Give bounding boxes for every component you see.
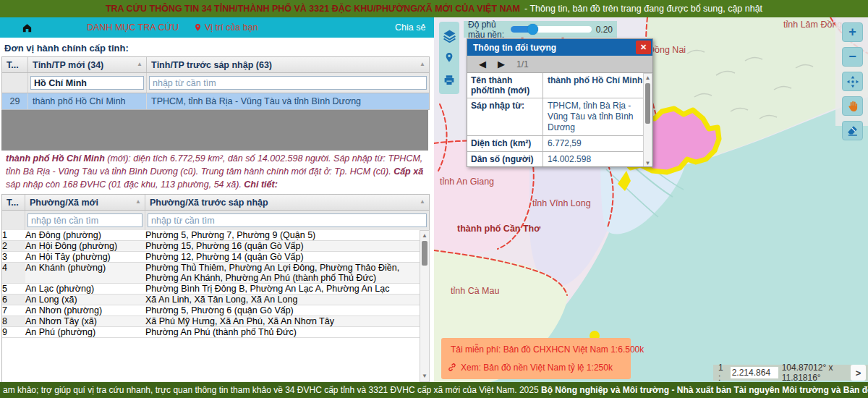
zoom-in-button[interactable]: + <box>842 22 863 42</box>
table-row[interactable]: 3An Hội Tây (phường)Phường 12, Phường 14… <box>2 252 420 263</box>
column-header-new-province[interactable]: Tỉnh/TP mới (34)▲ <box>28 57 147 72</box>
home-button[interactable] <box>22 17 33 38</box>
map-toolbar-left <box>439 22 459 94</box>
popup-pager-bar: ◀ ▶ 1/1 <box>467 56 652 72</box>
province-summary: thành phố Hồ Chí Minh (mới): diện tích 6… <box>6 152 424 191</box>
attribute-label: Dân số (người) <box>467 152 543 167</box>
scroll-up-icon[interactable]: ▲ <box>420 232 429 240</box>
opacity-slider[interactable] <box>511 26 592 33</box>
ward-new-name: An Nhơn Tây (xã) <box>25 316 145 326</box>
page-subtitle: - Thông tin, bản đồ trên trang đang được… <box>524 4 762 14</box>
province-merged-from: TPHCM, tỉnh Bà Rịa - Vũng Tàu và tỉnh Bì… <box>147 93 429 109</box>
column-header-old-ward[interactable]: Phường/Xã trước sáp nhập▲ <box>145 195 429 210</box>
layers-button[interactable] <box>442 28 456 43</box>
scale-prefix: 1 : <box>718 363 727 382</box>
column-old-label: Tỉnh/TP trước sáp nhập (63) <box>151 60 272 70</box>
eraser-icon <box>846 124 859 137</box>
column-header-index[interactable]: T... <box>2 57 28 72</box>
ward-new-name: An Long (xã) <box>25 295 145 305</box>
next-feature-button[interactable]: ▶ <box>498 56 505 72</box>
province-old-filter-input[interactable] <box>149 76 427 90</box>
popup-attribute-table: Tên thành phố/tỉnh (mới) thành phố Hồ Ch… <box>467 72 652 167</box>
scroll-down-icon[interactable]: ▼ <box>644 159 652 167</box>
table-row[interactable]: 4An Khánh (phường)Phường Thủ Thiêm, Phườ… <box>2 263 420 284</box>
share-button[interactable]: Chia sẻ <box>395 17 425 38</box>
ward-table-header: T... Phường/Xã mới▲ Phường/Xã trước sáp … <box>2 195 429 211</box>
prev-feature-button[interactable]: ◀ <box>479 56 486 72</box>
ward-new-filter-input[interactable] <box>27 213 142 227</box>
status-publisher: Bộ Nông nghiệp và Môi trường - Nhà xuất … <box>541 385 868 395</box>
row-index: 5 <box>2 284 25 294</box>
column-index-label: T... <box>7 198 19 208</box>
scroll-up-icon[interactable]: ▲ <box>644 74 652 82</box>
column-new-label: Tỉnh/TP mới (34) <box>33 60 103 70</box>
ward-table-scrollbar[interactable]: ▲ ▼ <box>420 230 430 382</box>
collapse-panel-button[interactable]: > <box>851 365 866 381</box>
opacity-value: 0.20 <box>596 25 613 35</box>
print-button[interactable] <box>442 73 456 88</box>
ward-table-body: 1An Đông (phường)Phường 5, Phường 7, Phư… <box>1 230 420 382</box>
scroll-down-icon[interactable]: ▼ <box>420 372 429 381</box>
attribute-label: Sáp nhập từ: <box>467 98 543 135</box>
table-row[interactable]: 8An Nhơn Tây (xã)Xã Phú Mỹ Hưng, Xã An P… <box>2 316 420 327</box>
view-basemap-link[interactable]: Xem: Bản đồ nền Việt Nam tỷ lệ 1:250k <box>447 363 625 373</box>
attribute-row: Tên thành phố/tỉnh (mới) thành phố Hồ Ch… <box>467 73 652 98</box>
pan-arrows-icon <box>846 75 859 88</box>
filter-cell-empty <box>2 73 28 93</box>
nav-catalog-label: DANH MỤC TRA CỨU <box>87 22 179 33</box>
download-map-link[interactable]: Tải miễn phí: Bản đồ CHXHCN Việt Nam 1:6… <box>447 344 625 355</box>
popup-scrollbar[interactable]: ▲ ▼ <box>643 73 652 167</box>
home-icon <box>22 22 33 33</box>
drag-hand-button[interactable] <box>842 96 863 116</box>
locate-button[interactable] <box>442 51 456 65</box>
table-row[interactable]: 6An Long (xã)Xã An Linh, Xã Tân Long, Xã… <box>2 295 420 305</box>
table-row[interactable]: 7An Nhơn (phường)Phường 5, Phường 6 (quậ… <box>2 305 420 316</box>
ward-new-name: An Phú (phường) <box>25 327 145 337</box>
sort-asc-icon: ▲ <box>420 199 425 205</box>
map-pin-icon <box>444 51 454 64</box>
table-row[interactable]: 9An Phú (phường)Phường An Phú (thành phố… <box>2 327 420 338</box>
map-label-ca-mau: tỉnh Cà Mau <box>451 286 499 296</box>
map-label-can-tho: thành phố Cần Thơ <box>457 224 540 234</box>
column-header-index[interactable]: T... <box>2 195 25 210</box>
ward-table: T... Phường/Xã mới▲ Phường/Xã trước sáp … <box>1 194 430 231</box>
scrollbar-thumb[interactable] <box>422 241 427 266</box>
summary-province-name: thành phố Hồ Chí Minh <box>6 153 105 164</box>
scale-input[interactable] <box>731 367 778 378</box>
plus-icon: + <box>848 25 856 40</box>
table-row[interactable]: 2An Hội Đông (phường)Phường 15, Phường 1… <box>2 241 420 252</box>
erase-button[interactable] <box>842 121 863 140</box>
slider-handle[interactable] <box>527 24 538 35</box>
province-table-header: T... Tỉnh/TP mới (34)▲ Tỉnh/TP trước sáp… <box>2 57 429 73</box>
ward-filter-row <box>2 211 429 231</box>
map-canvas[interactable]: tỉnh Lâm Đồng Đồng Nai tỉnh An Giang tỉn… <box>434 17 868 382</box>
nav-item-catalog[interactable]: DANH MỤC TRA CỨU <box>87 17 179 38</box>
table-empty-area <box>1 110 428 151</box>
nav-item-your-location[interactable]: Vị trí của bạn <box>194 17 258 38</box>
nav-location-label: Vị trí của bạn <box>205 22 258 33</box>
table-row[interactable]: 5An Lạc (phường)Phường Bình Trị Đông B, … <box>2 284 420 295</box>
column-index-label: T... <box>7 60 19 70</box>
province-new-filter-input[interactable] <box>30 76 144 90</box>
province-section-heading: Đơn vị hành chính cấp tỉnh: <box>4 43 129 54</box>
map-label-lam-dong: tỉnh Lâm Đồng <box>783 20 842 30</box>
zoom-out-button[interactable]: − <box>842 47 863 67</box>
close-button[interactable]: ✕ <box>636 41 651 54</box>
attribute-value: thành phố Hồ Chí Minh <box>543 73 652 98</box>
pan-button[interactable] <box>842 72 863 91</box>
popup-title-bar[interactable]: Thông tin đối tượng ✕ <box>467 39 652 56</box>
column-header-new-ward[interactable]: Phường/Xã mới▲ <box>25 195 145 210</box>
scrollbar-thumb[interactable] <box>645 83 650 124</box>
ward-new-name: An Khánh (phường) <box>25 263 145 283</box>
nav-bar: DANH MỤC TRA CỨU Vị trí của bạn Chia sẻ <box>0 17 434 38</box>
minus-icon: − <box>848 49 856 64</box>
chevron-right-icon: > <box>856 368 861 378</box>
table-row[interactable]: 1An Đông (phường)Phường 5, Phường 7, Phư… <box>2 230 420 241</box>
province-row-selected[interactable]: 29 thành phố Hồ Chí Minh TPHCM, tỉnh Bà … <box>2 93 429 109</box>
ward-old-filter-input[interactable] <box>148 213 427 227</box>
ward-old-names: Phường 5, Phường 7, Phường 9 (Quận 5) <box>145 230 420 240</box>
feature-info-popup: Thông tin đối tượng ✕ ◀ ▶ 1/1 Tên thành … <box>467 38 653 167</box>
app-header: TRA CỨU THÔNG TIN 34 TỈNH/THÀNH PHỐ VÀ 3… <box>0 0 868 17</box>
column-header-old-province[interactable]: Tỉnh/TP trước sáp nhập (63)▲ <box>147 57 429 72</box>
row-index: 2 <box>2 241 25 251</box>
